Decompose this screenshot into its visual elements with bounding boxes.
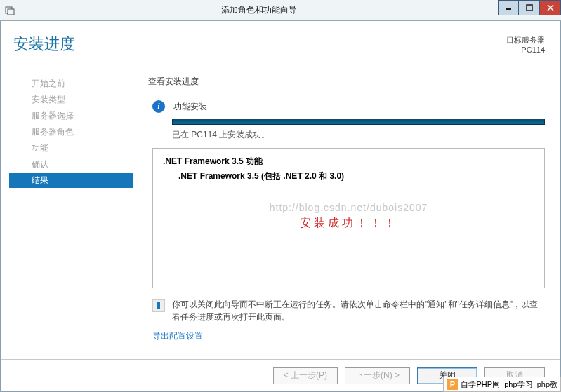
page-heading: 安装进度 (13, 34, 75, 55)
watermark-text: http://blog.csdn.net/dubois2007 (153, 202, 544, 213)
destination-value: PC114 (506, 46, 545, 54)
success-message: 安装成功！！！ (153, 216, 544, 231)
destination-server: 目标服务器 PC114 (506, 35, 545, 54)
next-button: 下一步(N) > (345, 367, 410, 384)
nav-item-server-roles: 服务器角色 (13, 124, 133, 140)
feature-title: .NET Framework 3.5 功能 (163, 156, 534, 168)
svg-rect-3 (527, 5, 532, 11)
nav-item-results: 结果 (9, 173, 133, 188)
nav-item-features: 功能 (13, 140, 133, 156)
maximize-button[interactable] (519, 0, 540, 15)
svg-rect-1 (8, 9, 14, 15)
window-title: 添加角色和功能向导 (20, 4, 498, 16)
export-config-link[interactable]: 导出配置设置 (152, 331, 203, 341)
feature-sub: .NET Framework 3.5 (包括 .NET 2.0 和 3.0) (178, 170, 534, 182)
title-bar: 添加角色和功能向导 (0, 0, 561, 21)
feature-box: .NET Framework 3.5 功能 .NET Framework 3.5… (152, 148, 545, 288)
info-row: i 功能安装 (148, 100, 545, 113)
upper-panel: 安装进度 目标服务器 PC114 开始之前 安装类型 服务器选择 服务器角色 功… (1, 21, 560, 359)
note-text: 你可以关闭此向导而不中断正在运行的任务。请依次单击命令栏中的"通知"和"任务详细… (172, 298, 545, 323)
close-button[interactable] (540, 0, 561, 15)
nav-item-install-type: 安装类型 (13, 92, 133, 107)
app-icon (0, 0, 20, 21)
destination-label: 目标服务器 (506, 35, 545, 46)
heading-area: 安装进度 (13, 34, 75, 55)
nav-item-server-selection: 服务器选择 (13, 108, 133, 123)
info-icon: i (152, 100, 165, 113)
wizard-nav: 开始之前 安装类型 服务器选择 服务器角色 功能 确认 结果 (13, 76, 133, 189)
sub-heading: 查看安装进度 (148, 76, 545, 88)
flag-icon (152, 299, 165, 312)
tooltip-text: 自学PHP网_php学习_php教 (461, 379, 557, 390)
previous-button: < 上一步(P) (273, 367, 338, 384)
status-line: 已在 PC114 上安装成功。 (172, 129, 545, 141)
main-panel: 查看安装进度 i 功能安装 已在 PC114 上安装成功。 .NET Frame… (148, 76, 545, 359)
progress-bar (172, 119, 545, 125)
nav-item-before-you-begin: 开始之前 (13, 76, 133, 91)
p-icon: P (447, 379, 458, 390)
client-area: 安装进度 目标服务器 PC114 开始之前 安装类型 服务器选择 服务器角色 功… (0, 21, 561, 392)
nav-item-confirm: 确认 (13, 156, 133, 172)
note-row: 你可以关闭此向导而不中断正在运行的任务。请依次单击命令栏中的"通知"和"任务详细… (152, 298, 545, 323)
window-buttons (498, 0, 561, 15)
tooltip-strip: P 自学PHP网_php学习_php教 (443, 377, 561, 392)
info-text: 功能安装 (173, 101, 207, 113)
minimize-button[interactable] (498, 0, 519, 15)
